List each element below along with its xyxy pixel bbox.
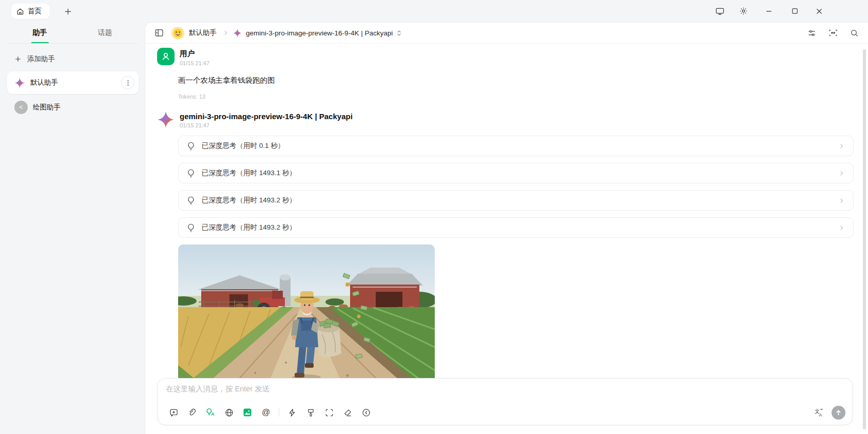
assistant-item-label: 绘图助手 bbox=[33, 103, 134, 112]
input-toolbar: A @ bbox=[166, 405, 845, 420]
model-gemini-icon bbox=[233, 29, 242, 37]
collapse-circle-icon[interactable] bbox=[358, 405, 374, 420]
svg-text:A: A bbox=[211, 411, 215, 417]
breadcrumb-assistant-name[interactable]: 默认助手 bbox=[189, 28, 217, 37]
svg-text:A: A bbox=[819, 412, 822, 418]
send-button[interactable] bbox=[832, 406, 845, 420]
chevron-right-icon bbox=[838, 143, 845, 149]
thinking-block[interactable]: 已深度思考（用时 1493.1 秒） bbox=[178, 163, 854, 183]
thinking-block[interactable]: 已深度思考（用时 0.1 秒） bbox=[178, 136, 854, 156]
add-assistant-button[interactable]: 添加助手 bbox=[7, 50, 138, 68]
screen-share-button[interactable] bbox=[708, 0, 731, 22]
translate-icon[interactable]: 文A bbox=[811, 405, 826, 420]
toolbar-divider bbox=[279, 408, 279, 417]
tab-home-label: 首页 bbox=[28, 7, 42, 16]
thinking-block-label: 已深度思考（用时 1493.2 秒） bbox=[202, 223, 838, 232]
paperclip-icon[interactable] bbox=[184, 405, 200, 420]
home-icon bbox=[16, 8, 24, 15]
lightbulb-icon bbox=[187, 196, 195, 205]
app-window: 首页 助手 话题 添加助手 bbox=[0, 0, 868, 434]
fit-width-icon[interactable] bbox=[828, 28, 838, 37]
assistant-message-header: gemini-3-pro-image-preview-16-9-4K | Pac… bbox=[157, 111, 853, 128]
message-input[interactable] bbox=[166, 384, 844, 404]
new-topic-icon[interactable] bbox=[166, 405, 181, 420]
expand-icon[interactable] bbox=[321, 405, 337, 420]
chevron-right-icon bbox=[838, 224, 845, 231]
generated-image[interactable] bbox=[178, 244, 435, 384]
globe-icon[interactable] bbox=[221, 405, 237, 420]
sidebar-item-drawing-assistant[interactable]: < 绘图助手 bbox=[7, 96, 139, 119]
thinking-block-label: 已深度思考（用时 1493.1 秒） bbox=[202, 168, 838, 178]
drawing-assistant-avatar: < bbox=[14, 101, 28, 114]
assistant-emoji-avatar[interactable] bbox=[171, 27, 184, 40]
lightbulb-icon bbox=[187, 142, 195, 150]
sidebar: 助手 话题 添加助手 默认助手 < 绘图助手 bbox=[0, 22, 145, 434]
eraser-icon[interactable] bbox=[340, 405, 355, 420]
search-icon[interactable] bbox=[850, 29, 859, 37]
sidebar-item-default-assistant[interactable]: 默认助手 bbox=[7, 71, 139, 94]
assistant-model-avatar[interactable] bbox=[157, 111, 175, 128]
message-list: 用户 01/15 21:47 画一个农场主拿着钱袋跑的图 Tokens: 13 … bbox=[157, 48, 853, 384]
tab-home[interactable]: 首页 bbox=[11, 4, 50, 19]
message-input-container: A @ bbox=[157, 378, 853, 425]
assistant-name: gemini-3-pro-image-preview-16-9-4K | Pac… bbox=[180, 111, 353, 121]
mention-icon[interactable]: @ bbox=[258, 405, 274, 420]
thinking-block-label: 已深度思考（用时 0.1 秒） bbox=[202, 141, 838, 150]
chat-header: 默认助手 gemini-3-pro-image-preview-16-9-4K … bbox=[145, 23, 868, 44]
minimize-button[interactable] bbox=[757, 0, 781, 22]
add-assistant-label: 添加助手 bbox=[27, 54, 55, 64]
token-count: Tokens: 13 bbox=[178, 93, 853, 100]
user-message-header: 用户 01/15 21:47 bbox=[157, 48, 853, 66]
chevron-right-icon bbox=[223, 30, 229, 36]
sidebar-tabs: 助手 话题 bbox=[7, 22, 138, 43]
thinking-bulb-icon[interactable]: A bbox=[203, 405, 218, 420]
settings-gear-button[interactable] bbox=[731, 0, 755, 22]
sliders-icon[interactable] bbox=[807, 29, 816, 37]
user-message-time: 01/15 21:47 bbox=[180, 60, 209, 66]
maximize-button[interactable] bbox=[783, 0, 806, 22]
tab-assistants[interactable]: 助手 bbox=[7, 22, 72, 43]
chevron-right-icon bbox=[838, 197, 845, 204]
close-button[interactable] bbox=[807, 0, 831, 22]
quick-phrase-icon[interactable] bbox=[284, 405, 300, 420]
user-avatar[interactable] bbox=[157, 48, 175, 65]
chevron-right-icon bbox=[838, 170, 845, 177]
gemini-star-icon bbox=[14, 78, 25, 88]
image-gen-icon[interactable] bbox=[240, 405, 255, 420]
toggle-sidebar-icon[interactable] bbox=[155, 28, 164, 37]
chat-panel: 默认助手 gemini-3-pro-image-preview-16-9-4K … bbox=[145, 22, 868, 434]
tabs-divider bbox=[7, 43, 138, 44]
breadcrumb-model-name[interactable]: gemini-3-pro-image-preview-16-9-4K | Pac… bbox=[246, 29, 393, 37]
thinking-block-label: 已深度思考（用时 1493.2 秒） bbox=[202, 196, 838, 205]
assistant-item-label: 默认助手 bbox=[30, 78, 116, 87]
thinking-block[interactable]: 已深度思考（用时 1493.2 秒） bbox=[178, 217, 854, 238]
lightbulb-icon bbox=[187, 223, 195, 232]
lightbulb-icon bbox=[187, 169, 195, 178]
user-message-text: 画一个农场主拿着钱袋跑的图 bbox=[178, 76, 853, 85]
assistant-more-button[interactable] bbox=[121, 76, 134, 89]
titlebar: 首页 bbox=[0, 0, 868, 22]
paintbrush-icon[interactable] bbox=[303, 405, 318, 420]
thinking-block[interactable]: 已深度思考（用时 1493.2 秒） bbox=[178, 190, 854, 211]
plus-icon bbox=[14, 55, 22, 63]
tab-topics[interactable]: 话题 bbox=[72, 22, 138, 43]
assistant-message-time: 01/15 21:47 bbox=[180, 122, 353, 128]
new-tab-button[interactable] bbox=[60, 4, 75, 19]
user-name: 用户 bbox=[180, 48, 209, 59]
chat-scrollbar[interactable] bbox=[863, 49, 866, 429]
model-select-icon[interactable] bbox=[396, 30, 402, 36]
